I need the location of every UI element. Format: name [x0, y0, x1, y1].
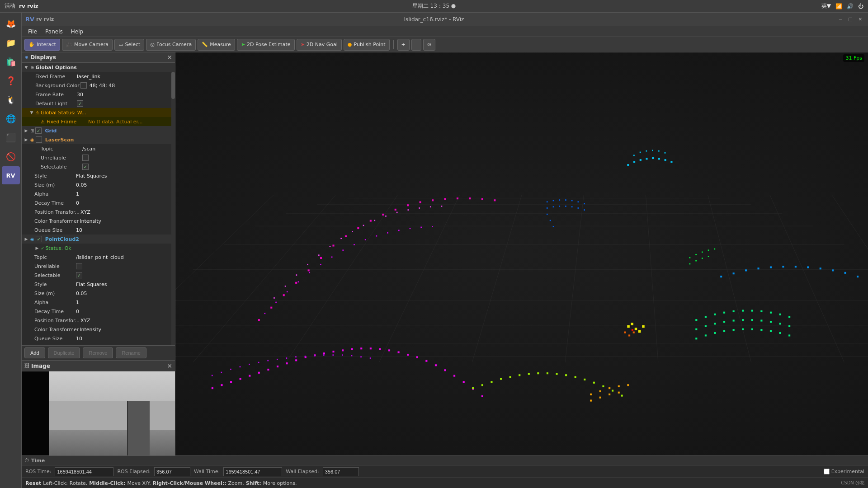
- ls-style-value[interactable]: Flat Squares: [76, 173, 171, 179]
- frame-rate-row[interactable]: Frame Rate 30: [22, 90, 171, 99]
- pc2-queue-value[interactable]: 10: [76, 336, 171, 342]
- pc2-style-value[interactable]: Flat Squares: [76, 282, 171, 287]
- select-button[interactable]: ▭ Select: [114, 39, 144, 51]
- ls-topic-value[interactable]: /scan: [82, 146, 171, 152]
- ls-size-value[interactable]: 0.05: [76, 182, 171, 188]
- bg-color-box[interactable]: [80, 82, 87, 89]
- pc2-unreliable-row[interactable]: Unreliable: [22, 262, 171, 271]
- fixed-frame-row[interactable]: Fixed Frame laser_link: [22, 72, 171, 81]
- pc2-pos-row[interactable]: Position Transfor... XYZ: [22, 316, 171, 325]
- pc2-topic-value[interactable]: /lslidar_point_cloud: [76, 254, 171, 260]
- ls-selectable-row[interactable]: Selectable: [22, 162, 171, 171]
- default-light-row[interactable]: Default Light: [22, 99, 171, 108]
- ls-size-row[interactable]: Size (m) 0.05: [22, 180, 171, 189]
- laserscan-checkbox[interactable]: [36, 136, 42, 143]
- taskbar-help[interactable]: ❓: [2, 71, 20, 89]
- displays-scrollbar-thumb[interactable]: [171, 72, 175, 99]
- pc2-decay-value[interactable]: 0: [76, 309, 171, 314]
- ls-decay-row[interactable]: Decay Time 0: [22, 198, 171, 207]
- laserscan-header[interactable]: ▶ ◉ LaserScan: [22, 135, 171, 144]
- pc2-decay-row[interactable]: Decay Time 0: [22, 307, 171, 316]
- displays-content[interactable]: ▼ ⊕ Global Options Fixed Frame laser_lin…: [22, 63, 171, 345]
- move-camera-button[interactable]: 🎥 Move Camera: [62, 39, 113, 51]
- pose-estimate-button[interactable]: ➤ 2D Pose Estimate: [237, 39, 295, 51]
- taskbar-cancel[interactable]: 🚫: [2, 147, 20, 165]
- measure-button[interactable]: 📏 Measure: [198, 39, 235, 51]
- wall-elapsed-input[interactable]: [323, 467, 359, 476]
- taskbar-files[interactable]: 📁: [2, 33, 20, 52]
- publish-point-button[interactable]: ● Publish Point: [344, 39, 390, 51]
- pc2-style-row[interactable]: Style Flat Squares: [22, 280, 171, 289]
- pc2-pos-value[interactable]: XYZ: [80, 318, 171, 324]
- ls-queue-value[interactable]: 10: [76, 227, 171, 233]
- taskbar-browser[interactable]: 🌐: [2, 109, 20, 127]
- ls-topic-row[interactable]: Topic /scan: [22, 144, 171, 153]
- remove-button[interactable]: Remove: [83, 347, 113, 358]
- language-selector[interactable]: 英▼: [821, 2, 831, 10]
- zoom-fit-button[interactable]: ⊙: [423, 39, 435, 51]
- add-button[interactable]: Add: [24, 347, 45, 358]
- taskbar-penguin[interactable]: 🐧: [2, 90, 20, 108]
- pc2-selectable-checkbox[interactable]: [76, 272, 82, 278]
- menu-panels[interactable]: Panels: [42, 28, 66, 36]
- taskbar-terminal[interactable]: ⬛: [2, 128, 20, 146]
- pc2-queue-row[interactable]: Queue Size 10: [22, 334, 171, 343]
- taskbar-rviz[interactable]: RV: [2, 166, 20, 184]
- pc2-selectable-row[interactable]: Selectable: [22, 271, 171, 280]
- displays-close[interactable]: ✕: [167, 54, 172, 61]
- global-status-row[interactable]: ▼ ⚠ Global Status: W...: [22, 108, 171, 117]
- ls-alpha-value[interactable]: 1: [76, 191, 171, 197]
- image-close[interactable]: ✕: [167, 362, 172, 370]
- pc2-size-row[interactable]: Size (m) 0.05: [22, 289, 171, 298]
- duplicate-button[interactable]: Duplicate: [48, 347, 80, 358]
- bg-color-row[interactable]: Background Color 48; 48; 48: [22, 81, 171, 90]
- nav-goal-button[interactable]: ➤ 2D Nav Goal: [297, 39, 342, 51]
- pc2-alpha-value[interactable]: 1: [76, 300, 171, 305]
- ls-alpha-row[interactable]: Alpha 1: [22, 189, 171, 198]
- ls-color-value[interactable]: Intensity: [80, 218, 171, 224]
- ls-style-row[interactable]: Style Flat Squares: [22, 171, 171, 180]
- pc2-topic-row[interactable]: Topic /lslidar_point_cloud: [22, 253, 171, 262]
- ros-time-input[interactable]: [55, 467, 113, 476]
- grid-checkbox[interactable]: [35, 127, 42, 134]
- zoom-out-button[interactable]: -: [411, 39, 421, 51]
- pc2-alpha-row[interactable]: Alpha 1: [22, 298, 171, 307]
- pc2-size-value[interactable]: 0.05: [76, 291, 171, 296]
- pc2-color-value[interactable]: Intensity: [80, 327, 171, 333]
- ls-pos-row[interactable]: Position Transfor... XYZ: [22, 207, 171, 216]
- ls-color-row[interactable]: Color Transformer Intensity: [22, 216, 171, 225]
- ros-elapsed-input[interactable]: [154, 467, 190, 476]
- interact-button[interactable]: ✋ Interact: [24, 39, 60, 51]
- 3d-view[interactable]: 31 Fps: [175, 52, 868, 455]
- close-button[interactable]: ✕: [856, 15, 864, 23]
- rename-button[interactable]: Rename: [116, 347, 146, 358]
- ls-unreliable-checkbox[interactable]: [82, 155, 89, 161]
- svg-rect-272: [609, 387, 610, 389]
- pc2-color-row[interactable]: Color Transformer Intensity: [22, 325, 171, 334]
- menu-help[interactable]: Help: [67, 28, 87, 36]
- default-light-checkbox[interactable]: [77, 100, 83, 107]
- displays-scrollbar[interactable]: [171, 63, 175, 345]
- maximize-button[interactable]: □: [846, 15, 854, 23]
- taskbar-store[interactable]: 🛍️: [2, 52, 20, 70]
- fixed-frame-value[interactable]: laser_link: [77, 74, 171, 80]
- wall-time-input[interactable]: [223, 467, 282, 476]
- ls-pos-value[interactable]: XYZ: [80, 209, 171, 215]
- ls-unreliable-row[interactable]: Unreliable: [22, 153, 171, 162]
- menu-file[interactable]: File: [24, 28, 41, 36]
- ls-decay-value[interactable]: 0: [76, 200, 171, 206]
- experimental-checkbox[interactable]: [824, 469, 830, 474]
- global-status-fixed-frame-row[interactable]: ⚠ Fixed Frame No tf data. Actual er...: [22, 117, 171, 126]
- ls-queue-row[interactable]: Queue Size 10: [22, 225, 171, 235]
- ls-selectable-checkbox[interactable]: [82, 164, 89, 170]
- reset-button[interactable]: Reset: [25, 480, 41, 486]
- pointcloud2-header[interactable]: ▶ ◉ PointCloud2: [22, 235, 171, 244]
- pointcloud2-checkbox[interactable]: [36, 236, 42, 242]
- zoom-in-button[interactable]: +: [397, 39, 410, 51]
- global-options-header[interactable]: ▼ ⊕ Global Options: [22, 63, 171, 72]
- focus-camera-button[interactable]: ◎ Focus Camera: [146, 39, 196, 51]
- taskbar-firefox[interactable]: 🦊: [2, 14, 20, 33]
- minimize-button[interactable]: ─: [836, 15, 844, 23]
- grid-header[interactable]: ▶ ⊞ Grid: [22, 126, 171, 135]
- pc2-unreliable-checkbox[interactable]: [76, 263, 82, 269]
